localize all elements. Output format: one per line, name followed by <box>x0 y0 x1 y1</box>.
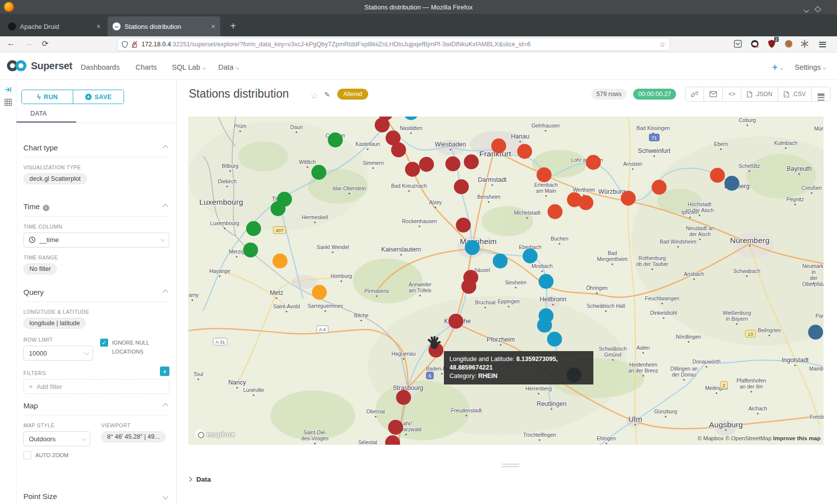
scatter-point[interactable] <box>405 162 420 177</box>
map-style-select[interactable]: Outdoors <box>23 431 90 446</box>
section-query-header[interactable]: Query <box>23 285 169 302</box>
scatter-point[interactable] <box>273 253 287 268</box>
altered-badge[interactable]: Altered <box>337 89 368 100</box>
viz-type-value[interactable]: deck.gl Scatterplot <box>23 173 87 184</box>
scatter-point[interactable] <box>445 156 460 171</box>
insecure-lock-icon[interactable] <box>132 41 138 48</box>
scatter-point[interactable] <box>710 168 725 183</box>
pocket-icon[interactable] <box>733 39 742 48</box>
data-collapse-row[interactable]: Data <box>188 476 211 483</box>
tab-close-icon[interactable]: × <box>211 22 215 30</box>
browser-menu-icon[interactable] <box>819 40 826 49</box>
scatter-point[interactable] <box>271 201 285 216</box>
scatter-point[interactable] <box>491 138 506 153</box>
new-tab-button[interactable]: + <box>230 21 236 31</box>
time-column-select[interactable]: __time <box>23 233 169 248</box>
embed-code-button[interactable]: <> <box>722 87 741 101</box>
browser-tab-apache-druid[interactable]: Apache Druid × <box>3 16 106 36</box>
time-range-value[interactable]: No filter <box>23 263 57 274</box>
scatter-point[interactable] <box>537 318 552 333</box>
scatter-point[interactable] <box>652 180 667 195</box>
section-time-header[interactable]: Timei <box>23 199 169 217</box>
section-map-header[interactable]: Map <box>23 398 169 415</box>
scatter-point[interactable] <box>419 157 434 172</box>
scatter-point[interactable] <box>311 165 326 180</box>
scatter-point[interactable] <box>537 167 552 182</box>
row-limit-select[interactable]: 10000 <box>23 346 93 361</box>
viewport-value[interactable]: 8° 46' 45.28" | 49... <box>101 431 165 442</box>
improve-map-link[interactable]: Improve this map <box>773 435 821 441</box>
scatter-point[interactable] <box>808 325 823 340</box>
scatter-point[interactable] <box>456 218 471 233</box>
ignore-null-checkbox[interactable]: ✓ <box>100 339 108 347</box>
panel-drag-handle[interactable] <box>502 462 520 469</box>
scatter-point[interactable] <box>724 176 739 191</box>
scatter-point[interactable] <box>493 253 508 268</box>
auto-zoom-checkbox[interactable] <box>23 451 31 459</box>
reload-icon[interactable]: ⟳ <box>42 39 48 48</box>
tab-data[interactable]: DATA <box>30 110 47 122</box>
scatter-point[interactable] <box>548 204 562 219</box>
nav-data[interactable]: Data <box>218 63 238 71</box>
run-button[interactable]: ϟ RUN <box>22 90 73 104</box>
url-bar[interactable]: 172.18.0.4:32251/superset/explore/?form_… <box>117 38 670 51</box>
scatter-point[interactable] <box>523 249 538 263</box>
nav-sql-lab[interactable]: SQL Lab <box>172 63 205 71</box>
tracking-shield-icon[interactable] <box>122 41 128 48</box>
scatter-point[interactable] <box>517 144 532 159</box>
chart-menu-button[interactable] <box>811 87 830 101</box>
nav-dashboards[interactable]: Dashboards <box>81 63 120 71</box>
deckgl-scatter-map[interactable]: PrümDaunCochemNastättenKastellaunWiesbad… <box>188 117 824 445</box>
lonlat-value[interactable]: longitude | latitude <box>23 318 86 329</box>
scatter-point[interactable] <box>454 179 469 194</box>
section-chart-type-header[interactable]: Chart type <box>23 140 169 157</box>
map-city-label: Dillingen an der Donau <box>671 366 698 378</box>
back-icon[interactable]: ← <box>7 39 15 48</box>
mapbox-logo[interactable]: mapbox <box>195 429 235 439</box>
scatter-point[interactable] <box>465 240 480 255</box>
scatter-point[interactable] <box>388 420 403 435</box>
scatter-point[interactable] <box>464 154 479 169</box>
add-filter-plus-button[interactable]: + <box>160 367 169 376</box>
scatter-point[interactable] <box>539 274 554 289</box>
scatter-point[interactable] <box>547 332 562 347</box>
favorite-star-icon[interactable]: ☆ <box>310 91 318 101</box>
superset-logo[interactable]: Superset <box>6 58 72 73</box>
scatter-point[interactable] <box>448 314 463 329</box>
map-city-label: Parsberg <box>816 313 824 319</box>
scatter-point[interactable] <box>243 243 258 257</box>
privacy-mask-icon[interactable] <box>750 39 759 48</box>
window-maximize-button[interactable] <box>816 4 820 13</box>
scatter-point[interactable] <box>391 142 406 157</box>
window-minimize-button[interactable] <box>805 5 808 14</box>
ublock-shield-icon[interactable]: 2 <box>767 39 776 48</box>
cookie-icon[interactable] <box>784 39 793 48</box>
scatter-point[interactable] <box>621 191 636 206</box>
tab-close-icon[interactable]: × <box>97 22 101 30</box>
edit-title-icon[interactable]: ✎ <box>324 91 330 99</box>
scatter-point[interactable] <box>578 195 593 210</box>
scatter-point[interactable] <box>396 390 411 405</box>
scatter-point[interactable] <box>312 285 327 300</box>
scatter-point[interactable] <box>328 132 343 147</box>
save-button[interactable]: + SAVE <box>73 90 124 104</box>
share-link-button[interactable] <box>686 87 703 101</box>
expand-panel-icon[interactable] <box>4 86 12 94</box>
section-point-size-header[interactable]: Point Size <box>23 489 169 504</box>
nav-charts[interactable]: Charts <box>136 63 157 71</box>
new-chart-plus-button[interactable]: + <box>772 62 782 73</box>
scatter-point[interactable] <box>246 221 261 236</box>
bookmark-star-icon[interactable]: ☆ <box>659 40 666 48</box>
dataset-grid-icon[interactable] <box>4 99 12 106</box>
extension-asterisk-icon[interactable] <box>800 39 809 48</box>
browser-tab-stations-distribution[interactable]: ∞ Stations distribution × <box>108 16 220 36</box>
forward-icon[interactable]: → <box>25 39 33 48</box>
scatter-point[interactable] <box>461 279 476 294</box>
export-json-button[interactable]: .JSON <box>741 87 778 101</box>
email-button[interactable] <box>703 87 722 101</box>
add-filter-dropzone[interactable]: + Add filter <box>23 379 169 394</box>
scatter-point[interactable] <box>375 118 390 132</box>
scatter-point[interactable] <box>586 155 601 170</box>
export-csv-button[interactable]: x .CSV <box>778 87 811 101</box>
nav-settings[interactable]: Settings <box>795 63 825 71</box>
